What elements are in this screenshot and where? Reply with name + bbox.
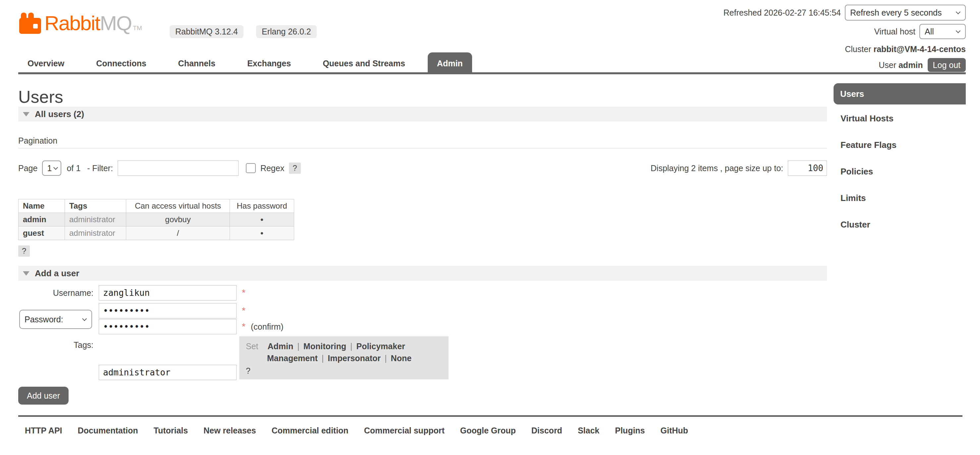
pagination-controls: Page 1 of 1 - Filter: Regex ? xyxy=(18,161,301,176)
tags-field[interactable] xyxy=(99,365,237,380)
footer-link-discord[interactable]: Discord xyxy=(531,426,562,436)
footer-link-commercial-support[interactable]: Commercial support xyxy=(364,426,445,436)
page-number-value: 1 xyxy=(47,163,52,173)
refresh-interval-value: Refresh every 5 seconds xyxy=(850,8,942,17)
chevron-down-icon xyxy=(53,165,58,170)
tags-label: Tags: xyxy=(18,337,94,353)
separator: | xyxy=(381,353,391,363)
footer-link-google-group[interactable]: Google Group xyxy=(460,426,516,436)
user-vhosts-cell: govbuy xyxy=(126,213,230,227)
separator: | xyxy=(346,342,356,351)
confirm-label: (confirm) xyxy=(251,319,283,334)
set-tags-box: SetAdmin|Monitoring|Policymaker Manageme… xyxy=(239,336,449,379)
table-row-guest: guest administrator / • xyxy=(19,227,294,240)
collapse-triangle-icon xyxy=(23,271,30,276)
virtual-host-label: Virtual host xyxy=(874,27,915,37)
tag-options-line-2: Management|Impersonator|None xyxy=(267,352,442,364)
regex-checkbox[interactable] xyxy=(246,163,256,173)
required-marker: * xyxy=(242,303,245,318)
username-field[interactable] xyxy=(99,285,237,300)
tag-link-none[interactable]: None xyxy=(391,353,412,363)
all-users-section-label: All users (2) xyxy=(35,109,84,120)
sidebar-item-users[interactable]: Users xyxy=(834,83,966,104)
virtual-host-row: Virtual host All xyxy=(874,24,966,39)
separator: | xyxy=(318,353,328,363)
column-header-tags[interactable]: Tags xyxy=(65,199,126,213)
chevron-down-icon xyxy=(82,316,87,321)
tag-link-policymaker[interactable]: Policymaker xyxy=(356,342,405,351)
column-header-vhosts: Can access virtual hosts xyxy=(126,199,230,213)
password-field[interactable] xyxy=(99,303,237,318)
pagination-label: Pagination xyxy=(18,136,57,145)
collapse-triangle-icon xyxy=(23,112,30,117)
footer-link-documentation[interactable]: Documentation xyxy=(78,426,138,436)
separator: | xyxy=(293,342,304,351)
page-size-input[interactable] xyxy=(788,161,827,176)
password-type-value: Password: xyxy=(24,315,63,324)
tag-link-impersonator[interactable]: Impersonator xyxy=(328,353,381,363)
column-header-has-password: Has password xyxy=(230,199,294,213)
add-user-button[interactable]: Add user xyxy=(18,387,68,405)
page-label: Page xyxy=(18,163,37,173)
sidebar-item-policies[interactable]: Policies xyxy=(840,166,873,177)
user-tags-cell: administrator xyxy=(65,213,126,227)
filter-input[interactable] xyxy=(118,161,239,176)
filter-label: - Filter: xyxy=(87,163,113,173)
footer-link-http-api[interactable]: HTTP API xyxy=(25,426,62,436)
regex-help-button[interactable]: ? xyxy=(289,163,301,174)
required-marker: * xyxy=(242,319,245,334)
footer-link-new-releases[interactable]: New releases xyxy=(204,426,256,436)
page-title: Users xyxy=(18,87,63,107)
displaying-label: Displaying 2 items , page size up to: xyxy=(651,163,783,173)
tag-link-monitoring[interactable]: Monitoring xyxy=(304,342,346,351)
regex-label: Regex xyxy=(260,163,284,173)
refresh-interval-select[interactable]: Refresh every 5 seconds xyxy=(845,5,966,21)
user-name-cell[interactable]: guest xyxy=(19,227,65,240)
footer-link-tutorials[interactable]: Tutorials xyxy=(153,426,188,436)
chevron-down-icon xyxy=(956,29,961,33)
table-header-row: Name Tags Can access virtual hosts Has p… xyxy=(19,199,294,213)
tag-options-line-1: SetAdmin|Monitoring|Policymaker xyxy=(246,340,442,352)
footer-link-github[interactable]: GitHub xyxy=(660,426,688,436)
page-number-select[interactable]: 1 xyxy=(42,161,61,176)
rabbitmq-management-app: RabbitMQTM RabbitMQ 3.12.4 Erlang 26.0.2… xyxy=(0,0,980,455)
footer-divider xyxy=(18,415,963,417)
sidebar-item-virtual-hosts[interactable]: Virtual Hosts xyxy=(840,113,894,124)
add-user-section-label: Add a user xyxy=(35,268,79,279)
user-vhosts-cell: / xyxy=(126,227,230,240)
virtual-host-value: All xyxy=(925,27,934,36)
users-table: Name Tags Can access virtual hosts Has p… xyxy=(18,199,294,240)
footer-link-slack[interactable]: Slack xyxy=(578,426,599,436)
footer-links: HTTP API Documentation Tutorials New rel… xyxy=(25,426,688,436)
set-label: Set xyxy=(246,342,258,351)
tag-link-management[interactable]: Management xyxy=(267,353,318,363)
sidebar-item-feature-flags[interactable]: Feature Flags xyxy=(840,140,897,150)
tags-help-button[interactable]: ? xyxy=(246,365,442,377)
users-table-help-button[interactable]: ? xyxy=(18,246,30,257)
sidebar-item-limits[interactable]: Limits xyxy=(840,193,866,203)
all-users-section-header[interactable]: All users (2) xyxy=(18,107,827,121)
user-name-cell[interactable]: admin xyxy=(19,213,65,227)
page-of-label: of 1 xyxy=(67,163,81,173)
chevron-down-icon xyxy=(956,10,961,14)
virtual-host-select[interactable]: All xyxy=(920,24,966,39)
required-marker: * xyxy=(242,285,245,300)
column-header-name[interactable]: Name xyxy=(19,199,65,213)
footer-link-plugins[interactable]: Plugins xyxy=(615,426,645,436)
pagination-divider xyxy=(18,148,827,148)
password-type-select[interactable]: Password: xyxy=(19,310,92,329)
user-has-password-cell: • xyxy=(230,213,294,227)
main-content: Users All users (2) Pagination Page 1 of… xyxy=(18,0,827,455)
user-has-password-cell: • xyxy=(230,227,294,240)
user-tags-cell: administrator xyxy=(65,227,126,240)
sidebar-item-cluster[interactable]: Cluster xyxy=(840,220,870,230)
page-size-controls: Displaying 2 items , page size up to: xyxy=(651,161,827,176)
password-confirm-field[interactable] xyxy=(99,319,237,334)
footer-link-commercial-edition[interactable]: Commercial edition xyxy=(272,426,348,436)
table-row-admin: admin administrator govbuy • xyxy=(19,213,294,227)
username-label: Username: xyxy=(18,285,94,300)
add-user-section-header[interactable]: Add a user xyxy=(18,266,827,281)
tag-link-admin[interactable]: Admin xyxy=(268,342,294,351)
